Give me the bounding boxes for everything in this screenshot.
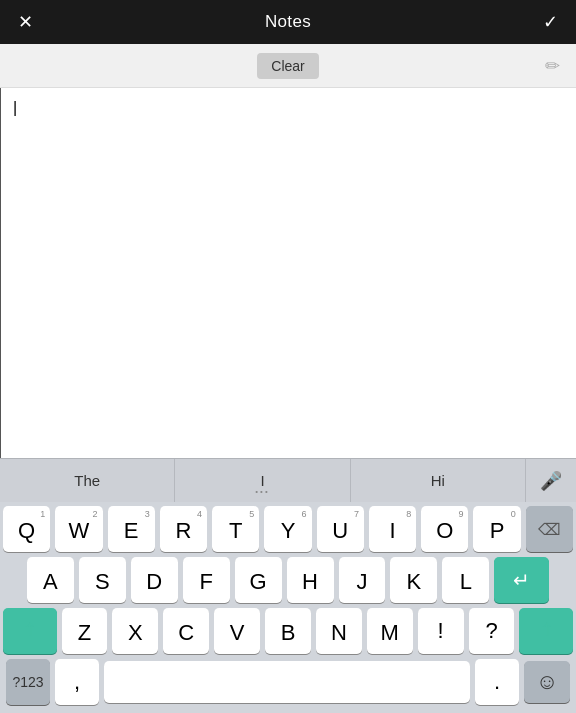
shift-right-button[interactable]: ⇧ [519, 608, 573, 654]
comma-key[interactable]: , [55, 659, 99, 705]
autocomplete-the[interactable]: The [0, 459, 175, 502]
key-n[interactable]: N [316, 608, 362, 654]
text-cursor: | [13, 99, 17, 116]
backspace-button[interactable]: ⌫ [526, 506, 573, 552]
key-number: 7 [354, 509, 359, 519]
key-letter: D [146, 569, 162, 595]
shift-left-button[interactable]: ⇧ [3, 608, 57, 654]
period-label: . [494, 669, 500, 695]
key-letter: Y [281, 518, 296, 544]
app-title: Notes [265, 12, 311, 32]
key-i[interactable]: 8I [369, 506, 416, 552]
key-letter: Z [78, 620, 91, 646]
key-number: 8 [406, 509, 411, 519]
key-s[interactable]: S [79, 557, 126, 603]
comma-label: , [74, 669, 80, 695]
key-letter: S [95, 569, 110, 595]
key-letter: A [43, 569, 58, 595]
key-number: 9 [458, 509, 463, 519]
key-w[interactable]: 2W [55, 506, 102, 552]
key-letter: P [490, 518, 505, 544]
autocomplete-i[interactable]: I ••• [175, 459, 350, 502]
close-button[interactable]: ✕ [14, 9, 37, 35]
backspace-icon: ⌫ [538, 520, 561, 539]
key-y[interactable]: 6Y [264, 506, 311, 552]
key-h[interactable]: H [287, 557, 334, 603]
numeric-label: ?123 [12, 674, 43, 690]
key-number: 0 [511, 509, 516, 519]
key-row-3: ⇧ZXCVBNM!?⇧ [3, 608, 573, 654]
key-exclamation[interactable]: ! [418, 608, 464, 654]
key-u[interactable]: 7U [317, 506, 364, 552]
bottom-row: ?123,.☺ [3, 659, 573, 711]
key-letter: N [331, 620, 347, 646]
confirm-button[interactable]: ✓ [539, 9, 562, 35]
key-number: 2 [93, 509, 98, 519]
key-b[interactable]: B [265, 608, 311, 654]
key-letter: V [230, 620, 245, 646]
period-key[interactable]: . [475, 659, 519, 705]
key-k[interactable]: K [390, 557, 437, 603]
key-v[interactable]: V [214, 608, 260, 654]
key-letter: X [128, 620, 143, 646]
key-z[interactable]: Z [62, 608, 108, 654]
key-letter: J [356, 569, 367, 595]
key-letter: O [436, 518, 453, 544]
pencil-icon: ✏ [545, 55, 560, 77]
key-e[interactable]: 3E [108, 506, 155, 552]
emoji-key[interactable]: ☺ [524, 661, 570, 703]
key-row-2: ASDFGHJKL↵ [3, 557, 573, 603]
keys-area: 1Q2W3E4R5T6Y7U8I9O0P⌫ ASDFGHJKL↵ ⇧ZXCVBN… [0, 502, 576, 713]
shift-icon: ⇧ [22, 619, 37, 644]
key-row-1: 1Q2W3E4R5T6Y7U8I9O0P⌫ [3, 506, 573, 552]
shift-right-icon: ⇧ [539, 619, 554, 644]
autocomplete-bar: The I ••• Hi 🎤 [0, 458, 576, 502]
clear-button[interactable]: Clear [257, 53, 318, 79]
key-l[interactable]: L [442, 557, 489, 603]
key-letter: F [199, 569, 212, 595]
key-letter: M [381, 620, 399, 646]
key-g[interactable]: G [235, 557, 282, 603]
key-letter: C [178, 620, 194, 646]
key-letter: E [124, 518, 139, 544]
key-letter: G [250, 569, 267, 595]
key-letter: I [389, 518, 395, 544]
mic-button[interactable]: 🎤 [526, 459, 576, 502]
key-number: 4 [197, 509, 202, 519]
autocomplete-hi[interactable]: Hi [351, 459, 526, 502]
notes-toolbar: Clear ✏ [0, 44, 576, 88]
enter-icon: ↵ [513, 568, 530, 592]
key-o[interactable]: 9O [421, 506, 468, 552]
key-letter: Q [18, 518, 35, 544]
key-f[interactable]: F [183, 557, 230, 603]
key-q[interactable]: 1Q [3, 506, 50, 552]
numeric-key[interactable]: ?123 [6, 659, 50, 705]
key-j[interactable]: J [339, 557, 386, 603]
key-letter: H [302, 569, 318, 595]
key-p[interactable]: 0P [473, 506, 520, 552]
key-d[interactable]: D [131, 557, 178, 603]
key-x[interactable]: X [112, 608, 158, 654]
autocomplete-dots: ••• [255, 487, 269, 496]
key-question[interactable]: ? [469, 608, 515, 654]
key-number: 5 [249, 509, 254, 519]
key-a[interactable]: A [27, 557, 74, 603]
key-t[interactable]: 5T [212, 506, 259, 552]
app-header: ✕ Notes ✓ [0, 0, 576, 44]
key-letter: R [176, 518, 192, 544]
emoji-icon: ☺ [536, 669, 558, 695]
key-r[interactable]: 4R [160, 506, 207, 552]
key-letter: W [69, 518, 90, 544]
key-letter: T [229, 518, 242, 544]
key-c[interactable]: C [163, 608, 209, 654]
key-number: 3 [145, 509, 150, 519]
notes-text-area[interactable]: | [0, 88, 576, 458]
key-letter: B [281, 620, 296, 646]
enter-button[interactable]: ↵ [494, 557, 549, 603]
keyboard-container: The I ••• Hi 🎤 1Q2W3E4R5T6Y7U8I9O0P⌫ ASD… [0, 458, 576, 713]
key-m[interactable]: M [367, 608, 413, 654]
key-number: 1 [40, 509, 45, 519]
mic-icon: 🎤 [540, 470, 562, 492]
key-letter: L [460, 569, 472, 595]
space-bar[interactable] [104, 661, 470, 703]
